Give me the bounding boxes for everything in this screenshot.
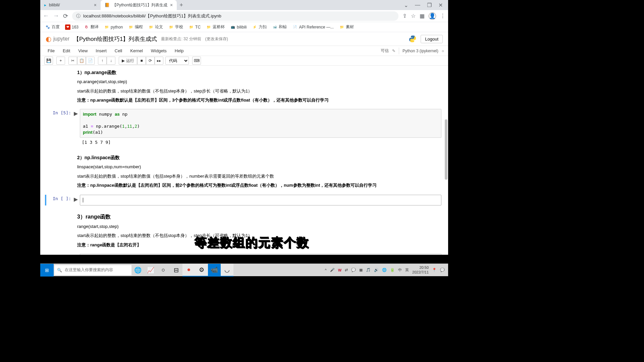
celltype-select[interactable]: 代码 [165,57,189,65]
maximize-icon[interactable]: ❐ [427,2,432,8]
bookmark-item[interactable]: 📺bilibili [229,24,248,31]
paste-button[interactable]: 📄 [86,57,95,65]
star-icon[interactable]: ☆ [411,13,416,19]
jupyter-logo[interactable]: ◐ jupyter [46,35,69,43]
interrupt-button[interactable]: ■ [137,57,146,65]
tray-mic-icon[interactable]: 🎤 [330,268,335,272]
kernel-label[interactable]: Python 3 (ipykernel) [402,49,438,53]
profile-icon[interactable]: 👤 [429,12,436,20]
bookmark-item[interactable]: 🐾百度 [44,23,61,31]
command-palette-button[interactable]: ⌨ [192,57,201,65]
markdown-cell[interactable]: 1）np.arange函数 np.arange(start,stop,step)… [47,67,441,107]
taskbar-app-chrome[interactable]: ● [182,264,195,277]
tray-sync-icon[interactable]: ⇄ [345,268,348,272]
bookmark-item[interactable]: 📄API Reference —... [291,24,335,31]
scrollbar-thumb[interactable] [445,119,447,180]
bookmark-item[interactable]: 📁论文 [147,23,164,31]
tray-volume-icon[interactable]: 🔊 [374,268,379,272]
bookmark-item[interactable]: 📁python [103,24,124,31]
tray-notifications-icon[interactable]: 💬 [440,268,445,272]
code-cell[interactable]: In [ ]: ▶ [47,253,441,255]
menu-edit[interactable]: Edit [59,47,73,55]
run-cell-icon[interactable]: ▶ [74,253,80,255]
save-button[interactable]: 💾 [44,57,53,65]
back-button[interactable]: ← [43,12,49,19]
bookmark-item[interactable]: ⚡力扣 [251,23,268,31]
tray-network-icon[interactable]: 🌐 [382,268,387,272]
chevron-down-icon[interactable]: ⌄ [404,2,408,8]
menu-widgets[interactable]: Widgets [148,47,170,55]
close-icon[interactable]: × [170,2,173,8]
reload-button[interactable]: ⟳ [63,12,68,20]
taskbar-app-terminal[interactable]: ◡ [221,264,233,277]
run-cell-icon[interactable]: ▶ [74,195,80,205]
new-tab-button[interactable]: + [177,2,186,9]
browser-tab-active[interactable]: 📙 【Python绘图技巧1】列表生成 × [101,0,177,10]
windows-taskbar: ⊞ 🔍 在这里输入你要搜索的内容 🌐 📈 ○ ⊟ ● ⚙ 📹 ◡ ^ 🎤 W ⇄… [40,263,448,276]
logout-button[interactable]: Logout [421,35,443,43]
tray-lang2[interactable]: 英 [405,267,409,273]
notebook-title[interactable]: 【Python绘图技巧1】列表生成式 [73,35,157,43]
taskbar-app-stocks[interactable]: 📈 [144,264,157,277]
menu-file[interactable]: File [44,47,58,55]
tray-wechat-icon[interactable]: 💬 [351,268,356,272]
forward-button[interactable]: → [53,12,59,19]
tray-location-icon[interactable]: 📍 [432,268,437,272]
code-cell[interactable]: In [5]: ▶ import numpy as npa1 = np.aran… [47,108,441,146]
menu-cell[interactable]: Cell [111,47,125,55]
start-button[interactable]: ⊞ [40,264,54,277]
taskbar-app-cortana[interactable]: ○ [157,264,170,277]
taskbar-app-meeting[interactable]: 📹 [208,264,221,277]
taskbar-app-taskview[interactable]: ⊟ [170,264,182,277]
markdown-cell[interactable]: 2）np.linspace函数 linspace(start,stop,num=… [47,152,441,192]
tray-clock[interactable]: 20:50 2022/7/11 [412,265,429,274]
extensions-icon[interactable]: ▦ [420,13,425,19]
restart-button[interactable]: ⟳ [146,57,155,65]
url-bar[interactable]: ⓘ localhost:8888/notebooks/bilibili/【Pyt… [72,11,398,21]
taskbar-app-settings[interactable]: ⚙ [195,264,208,277]
scrollbar[interactable] [444,66,447,255]
code-input[interactable] [80,253,441,255]
tray-yy-icon[interactable]: ▦ [359,268,363,272]
bookmark-item[interactable]: 📁素材 [338,23,355,31]
bookmark-item[interactable]: 📁TC [187,24,202,31]
menu-insert[interactable]: Insert [92,47,110,55]
trusted-label[interactable]: 可信 [381,48,389,54]
pencil-icon[interactable]: ✎ [392,49,395,53]
code-input[interactable] [80,195,441,205]
run-cell-icon[interactable]: ▶ [74,109,80,138]
tray-lang1[interactable]: 中 [398,267,402,273]
run-button[interactable]: ▶ 运行 [119,57,137,65]
notebook-body[interactable]: 1）np.arange函数 np.arange(start,stop,step)… [40,66,448,255]
menu-icon[interactable]: ⋮ [440,13,445,19]
tray-chevron-icon[interactable]: ^ [325,268,327,272]
taskbar-app-edge[interactable]: 🌐 [131,264,144,277]
bookmark-item[interactable]: 📁蓝桥杯 [205,23,226,31]
menu-view[interactable]: View [75,47,91,55]
add-cell-button[interactable]: + [56,57,65,65]
tray-battery-icon[interactable]: 🔋 [390,268,395,272]
move-up-button[interactable]: ↑ [98,57,107,65]
tray-w-icon[interactable]: W [338,268,341,272]
menu-kernel[interactable]: Kernel [127,47,146,55]
restart-run-button[interactable]: ▸▸ [155,57,163,65]
cut-button[interactable]: ✂ [68,57,77,65]
bookmark-item[interactable]: 🐋和鲸 [271,23,288,31]
share-icon[interactable]: ⇪ [402,13,407,19]
move-down-button[interactable]: ↓ [107,57,115,65]
menu-help[interactable]: Help [171,47,187,55]
close-icon[interactable]: × [94,2,97,8]
bookmark-item[interactable]: Շ翻译 [83,23,100,31]
close-icon[interactable]: ✕ [438,2,443,8]
taskbar-search[interactable]: 🔍 在这里输入你要搜索的内容 [54,265,131,275]
bookmark-item[interactable]: ❤163 [64,24,80,31]
browser-tab[interactable]: ▸ bilibili/ × [40,0,101,10]
code-cell-selected[interactable]: In [ ]: ▶ [47,195,441,205]
code-input[interactable]: import numpy as npa1 = np.arange(1,11,2)… [80,109,441,138]
bookmark-item[interactable]: 📁学校 [167,23,184,31]
tray-music-icon[interactable]: 🎵 [366,268,371,272]
copy-button[interactable]: 📋 [77,57,86,65]
python-icon [409,35,417,43]
minimize-icon[interactable]: — [415,2,420,8]
bookmark-item[interactable]: 📁编程 [127,23,144,31]
